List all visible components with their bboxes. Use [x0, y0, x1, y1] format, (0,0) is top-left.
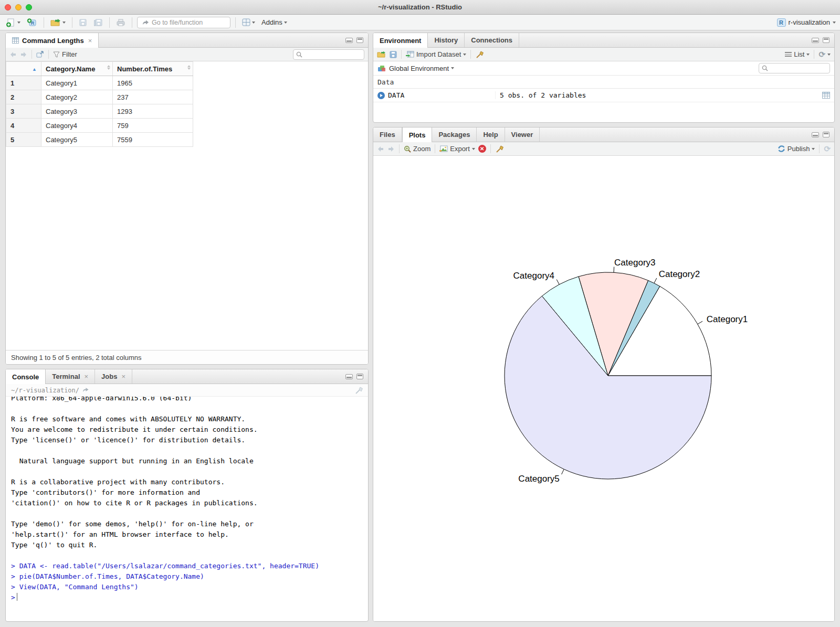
console-input-line: > DATA <- read.table("/Users/lsalazar/co… — [11, 561, 368, 571]
close-tab-icon[interactable]: × — [85, 373, 89, 380]
object-value: 5 obs. of 2 variables — [495, 91, 819, 99]
pie-label-tick — [614, 267, 614, 273]
export-image-icon — [439, 145, 448, 152]
pane-window-controls — [345, 33, 368, 47]
console-pane: Console Terminal × Jobs × ~/r-visualizat… — [5, 369, 369, 622]
project-caret-icon — [833, 22, 836, 24]
tab-jobs[interactable]: Jobs × — [95, 369, 132, 384]
print-button[interactable] — [114, 17, 127, 28]
list-view-button[interactable]: List — [785, 50, 810, 58]
column-header-number-of-times[interactable]: Number.of.Times — [113, 62, 193, 76]
tab-connections[interactable]: Connections — [465, 33, 519, 47]
zoom-plot-button[interactable]: Zoom — [404, 145, 430, 153]
clear-console-broom-icon[interactable] — [354, 387, 363, 394]
remove-plot-icon[interactable]: ✕ — [478, 145, 486, 153]
addins-button[interactable]: Addins — [260, 17, 289, 27]
environment-search[interactable] — [759, 63, 830, 73]
column-header-category-name[interactable]: Category.Name — [41, 62, 113, 76]
save-all-button[interactable] — [92, 17, 104, 28]
toolbar-separator — [490, 144, 491, 153]
workspace: Command Lengths × — [0, 30, 840, 627]
environment-object-row[interactable]: DATA5 obs. of 2 variables — [373, 89, 834, 102]
tab-label: Viewer — [511, 131, 533, 139]
row-number-header[interactable]: ▲ — [6, 62, 41, 76]
back-button[interactable] — [9, 51, 17, 58]
tab-help[interactable]: Help — [477, 127, 505, 142]
expand-object-icon[interactable] — [377, 92, 385, 99]
save-button[interactable] — [77, 17, 89, 28]
table-status-bar: Showing 1 to 5 of 5 entries, 2 total col… — [6, 350, 368, 364]
table-row[interactable]: 3Category31293 — [6, 104, 193, 119]
table-row[interactable]: 4Category4759 — [6, 119, 193, 133]
import-dataset-icon — [406, 51, 414, 58]
tab-environment[interactable]: Environment — [373, 33, 428, 48]
close-tab-icon[interactable]: × — [88, 37, 92, 45]
table-row[interactable]: 2Category2237 — [6, 90, 193, 104]
tab-packages[interactable]: Packages — [432, 127, 477, 142]
clear-plots-broom-icon[interactable] — [495, 145, 503, 153]
tab-label: Packages — [438, 131, 470, 139]
data-viewer-search-input[interactable] — [304, 51, 361, 58]
project-menu-button[interactable]: R r-visualization — [777, 18, 836, 27]
import-dataset-button[interactable]: Import Dataset — [406, 50, 466, 58]
maximize-pane-icon[interactable] — [823, 37, 830, 43]
table-row[interactable]: 1Category11965 — [6, 76, 193, 90]
tab-plots[interactable]: Plots — [402, 127, 433, 142]
export-plot-button[interactable]: Export — [439, 145, 475, 153]
filter-button[interactable]: Filter — [53, 50, 77, 58]
refresh-plot-icon[interactable]: ⟳ — [824, 144, 831, 154]
save-workspace-button[interactable] — [390, 51, 397, 58]
popout-window-button[interactable] — [36, 51, 44, 58]
maximize-pane-icon[interactable] — [356, 374, 363, 379]
environment-scope-row: Global Environment — [373, 61, 834, 76]
new-project-button[interactable]: R — [25, 17, 39, 28]
publish-button[interactable]: Publish — [778, 145, 815, 153]
data-viewer-search[interactable] — [293, 49, 364, 60]
console-output-line — [11, 445, 368, 456]
tab-console[interactable]: Console — [6, 369, 46, 384]
environment-scope-button[interactable]: Global Environment — [389, 65, 454, 72]
minimize-pane-icon[interactable] — [345, 38, 353, 43]
table-cell: 3 — [6, 104, 41, 119]
goto-file-search[interactable] — [137, 17, 230, 28]
table-row[interactable]: 5Category57559 — [6, 133, 193, 147]
tab-files[interactable]: Files — [373, 127, 402, 142]
tab-viewer[interactable]: Viewer — [505, 127, 540, 142]
zoom-label: Zoom — [413, 145, 430, 153]
new-file-button[interactable] — [4, 17, 22, 28]
maximize-pane-icon[interactable] — [823, 132, 830, 137]
load-workspace-button[interactable] — [377, 51, 386, 58]
toolbar-separator — [235, 17, 236, 28]
data-table: ▲ Category.Name Number.of.Times 1Categor… — [6, 61, 368, 350]
refresh-environment-button[interactable]: ⟳ — [818, 50, 831, 59]
project-icon: R — [777, 18, 786, 27]
maximize-pane-icon[interactable] — [356, 37, 363, 43]
tab-history[interactable]: History — [428, 33, 465, 47]
close-tab-icon[interactable]: × — [121, 373, 125, 380]
tab-label: Connections — [471, 36, 512, 44]
tab-command-lengths[interactable]: Command Lengths × — [6, 33, 99, 48]
console-output-line: Type 'demo()' for some demos, 'help()' f… — [11, 519, 368, 529]
view-data-icon[interactable] — [822, 92, 830, 99]
forward-arrow-icon — [20, 51, 27, 58]
console-output[interactable]: Platform: x86_64-apple-darwin15.6.0 (64-… — [6, 397, 368, 621]
previous-plot-button[interactable] — [377, 146, 384, 152]
goto-directory-icon[interactable] — [82, 387, 89, 393]
console-prompt-line[interactable]: > — [11, 592, 368, 603]
pie-label-category1: Category1 — [707, 314, 748, 324]
minimize-pane-icon[interactable] — [812, 132, 819, 137]
open-file-button[interactable] — [49, 17, 67, 28]
pane-layout-button[interactable] — [240, 17, 257, 27]
environment-search-input[interactable] — [770, 65, 827, 72]
sort-arrows-icon — [107, 65, 110, 70]
forward-button[interactable] — [20, 51, 27, 58]
console-output-line: 'citation()' on how to cite R or R packa… — [11, 498, 368, 508]
minimize-pane-icon[interactable] — [812, 38, 819, 43]
new-file-icon — [6, 18, 16, 27]
next-plot-button[interactable] — [387, 146, 395, 152]
goto-file-input[interactable] — [152, 19, 220, 26]
minimize-pane-icon[interactable] — [345, 374, 353, 379]
tab-terminal[interactable]: Terminal × — [46, 369, 95, 384]
clear-environment-broom-icon[interactable] — [475, 51, 484, 58]
tab-label: Files — [380, 131, 395, 139]
